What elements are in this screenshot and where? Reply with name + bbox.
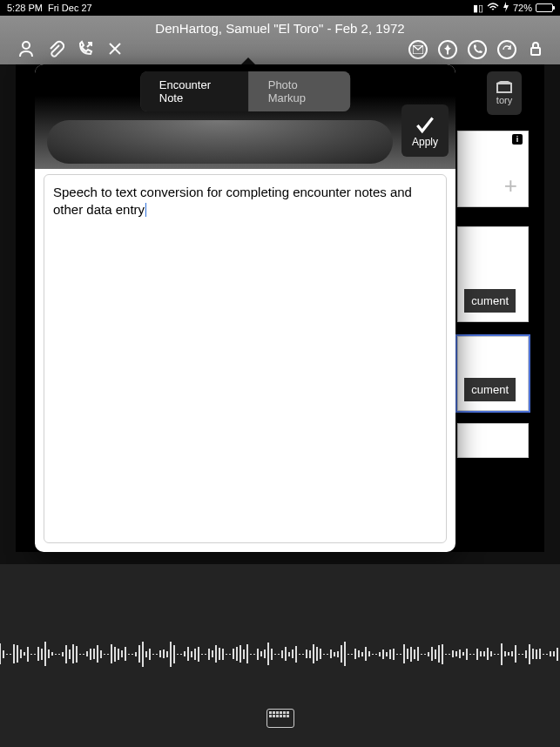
card-add[interactable]: i + bbox=[457, 131, 529, 207]
lock-icon[interactable] bbox=[527, 40, 544, 57]
attachment-icon[interactable] bbox=[47, 40, 64, 57]
history-side-tab[interactable]: tory bbox=[487, 71, 522, 115]
encounter-note-textarea[interactable]: Speech to text conversion for completing… bbox=[44, 174, 447, 543]
svg-rect-3 bbox=[497, 84, 511, 92]
battery-pct: 72% bbox=[513, 3, 532, 13]
document-button-2[interactable]: cument bbox=[464, 378, 516, 401]
tab-photo-markup[interactable]: Photo Markup bbox=[249, 71, 351, 111]
text-caret bbox=[145, 203, 146, 217]
pin-icon[interactable] bbox=[438, 40, 457, 59]
popover-tabs: Encounter Note Photo Markup bbox=[140, 71, 351, 111]
apply-label: Apply bbox=[412, 136, 438, 148]
document-button-1[interactable]: cument bbox=[464, 289, 516, 313]
mail-icon[interactable] bbox=[408, 40, 428, 59]
person-icon[interactable] bbox=[17, 40, 35, 57]
plus-icon: + bbox=[504, 172, 517, 199]
dictation-panel bbox=[0, 564, 560, 747]
call-out-icon[interactable] bbox=[77, 40, 94, 57]
encounter-note-text: Speech to text conversion for completing… bbox=[53, 185, 412, 217]
history-side-tab-label: tory bbox=[496, 95, 512, 105]
charging-icon bbox=[503, 2, 509, 14]
wifi-icon bbox=[487, 3, 499, 13]
close-icon[interactable] bbox=[106, 40, 124, 57]
header-glow bbox=[47, 120, 393, 164]
patient-title: DenHartog, Samuel "El Toro" - Feb 2, 197… bbox=[0, 16, 560, 36]
svg-rect-2 bbox=[531, 48, 540, 55]
encounter-popover: Encounter Note Photo Markup Apply Speech… bbox=[35, 64, 455, 552]
info-icon: i bbox=[512, 134, 523, 145]
header-bar: DenHartog, Samuel "El Toro" - Feb 2, 197… bbox=[0, 16, 560, 64]
card-blank[interactable] bbox=[457, 423, 529, 458]
keyboard-button[interactable] bbox=[267, 709, 294, 728]
popover-header: Encounter Note Photo Markup Apply bbox=[35, 64, 455, 169]
apply-button[interactable]: Apply bbox=[401, 104, 449, 157]
rotate-lock-icon[interactable] bbox=[497, 40, 516, 59]
signal-icon: ▮▯ bbox=[473, 3, 483, 14]
card-doc-2[interactable]: cument bbox=[457, 336, 529, 411]
card-doc-1[interactable]: cument bbox=[457, 226, 529, 322]
battery-icon bbox=[536, 3, 553, 12]
phone-icon[interactable] bbox=[468, 40, 487, 59]
status-date: Fri Dec 27 bbox=[48, 3, 92, 13]
status-time: 5:28 PM bbox=[7, 3, 43, 13]
tab-encounter-note[interactable]: Encounter Note bbox=[140, 71, 249, 111]
svg-point-0 bbox=[23, 42, 30, 49]
waveform bbox=[0, 632, 560, 676]
status-bar: 5:28 PM Fri Dec 27 ▮▯ 72% bbox=[0, 0, 560, 16]
